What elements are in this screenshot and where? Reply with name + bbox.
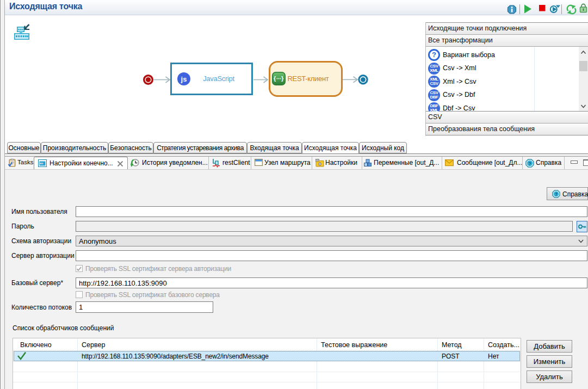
svg-text:}: } (281, 75, 284, 82)
svg-text:?: ? (555, 192, 558, 197)
svg-text:»›: »› (40, 162, 44, 165)
svg-text:?: ? (528, 161, 531, 166)
svg-text:{: { (274, 75, 276, 82)
